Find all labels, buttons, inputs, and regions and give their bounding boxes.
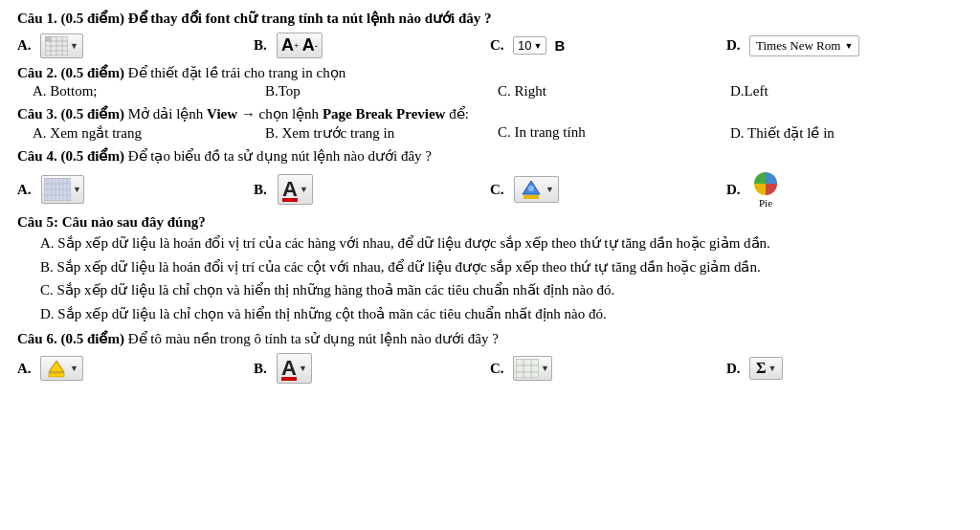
q4-c-arrow: ▼ [546,185,554,194]
q4-option-a: A. ▼ [17,175,254,204]
q1-d-button[interactable]: Times New Rom ▼ [749,35,859,56]
q6-d-arrow: ▼ [768,364,776,373]
q4-b-button[interactable]: A ▼ [278,174,313,205]
q6-a-arrow: ▼ [70,364,78,373]
q4-option-b: B. A ▼ [254,174,490,205]
svg-rect-19 [523,195,539,199]
svg-rect-7 [45,36,51,41]
table-grid-icon [45,36,68,55]
q3-title: Câu 3. (0.5 điểm) Mở dải lệnh View → chọ… [17,105,963,122]
svg-marker-22 [49,361,64,372]
q1-option-c: C. 10 ▼ B [490,36,726,55]
big-a-icon: A [282,177,298,202]
q3-options: A. Xem ngắt trang B. Xem trước trang in … [33,124,963,142]
q6-option-a: A. ▼ [17,356,254,381]
q4-option-c: C. ▼ [490,176,726,203]
q6-d-button[interactable]: Σ ▼ [749,357,783,380]
q5-title: Câu 5: Câu nào sau đây đúng? [17,214,963,231]
question-4: Câu 4. (0.5 điểm) Để tạo biểu đồ ta sử d… [17,147,963,209]
question-6: Câu 6. (0.5 điểm) Để tô màu nền trong ô … [17,330,963,384]
q5-option-b: B. Sắp xếp dữ liệu là hoán đổi vị trí củ… [17,256,963,278]
q1-option-b: B. A+ A- [254,33,490,58]
q2-title: Câu 2. (0.5 điểm) Để thiết đặt lề trái c… [17,64,963,81]
q6-c-arrow: ▼ [541,364,549,373]
q6-option-d: D. Σ ▼ [726,357,963,380]
q6-option-c: C. ▼ [490,356,726,381]
q1-option-a: A. ▼ [17,33,254,58]
q4-title: Câu 4. (0.5 điểm) Để tạo biểu đồ ta sử d… [17,147,963,165]
q6-option-b: B. A ▼ [254,353,490,384]
pie-chart-container: Pie [750,170,781,209]
svg-rect-23 [49,373,64,377]
fill-tool-icon [519,179,544,200]
q1-option-d: D. Times New Rom ▼ [726,35,963,56]
q1-a-button[interactable]: ▼ [40,33,83,58]
q6-a-button[interactable]: ▼ [40,356,83,381]
grid-table-icon [516,359,539,378]
q4-options: A. ▼ B. A [17,170,963,209]
question-3: Câu 3. (0.5 điểm) Mở dải lệnh View → chọ… [17,105,963,142]
q5-option-a: A. Sắp xếp dữ liệu là hoán đổi vị trí củ… [17,232,963,254]
highlight-bucket-icon [45,359,68,378]
question-5: Câu 5: Câu nào sau đây đúng? A. Sắp xếp … [17,214,963,324]
q4-b-arrow: ▼ [300,185,308,194]
q2-options: A. Bottom; B.Top C. Right D.Left [33,83,963,99]
q6-b-arrow: ▼ [299,364,307,373]
q1-title: Câu 1. (0.5 điểm) Để thay đổi font chữ t… [17,10,963,27]
pie-chart-icon [750,170,781,197]
q5-option-c: C. Sắp xếp dữ liệu là chỉ chọn và hiển t… [17,279,963,301]
q4-a-arrow: ▼ [73,185,81,194]
big-a-red-icon: A [281,356,297,381]
q6-options: A. ▼ B. A ▼ C. [17,353,963,384]
q4-a-button[interactable]: ▼ [41,175,84,204]
svg-point-20 [528,186,534,191]
q6-b-button[interactable]: A ▼ [277,353,312,384]
q5-option-d: D. Sắp xếp dữ liệu là chỉ chọn và hiển t… [17,303,963,325]
q6-c-button[interactable]: ▼ [513,356,552,381]
q1-c-button[interactable]: 10 ▼ [513,36,546,55]
q4-c-button[interactable]: ▼ [514,176,559,203]
q1-options: A. ▼ B. A+ A- [17,33,963,58]
q4-option-d: D. Pie [726,170,963,209]
chart-icon-a [44,178,71,201]
q1-b-button[interactable]: A+ A- [277,33,323,58]
q6-title: Câu 6. (0.5 điểm) Để tô màu nền trong ô … [17,330,963,347]
svg-rect-24 [516,359,539,378]
q1-a-dropdown-arrow: ▼ [70,41,78,51]
question-1: Câu 1. (0.5 điểm) Để thay đổi font chữ t… [17,10,963,58]
question-2: Câu 2. (0.5 điểm) Để thiết đặt lề trái c… [17,64,963,99]
